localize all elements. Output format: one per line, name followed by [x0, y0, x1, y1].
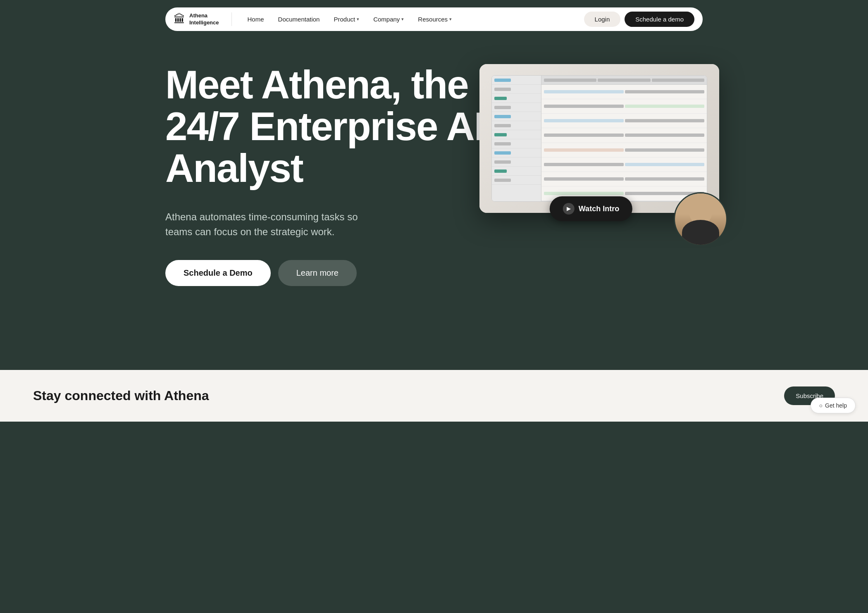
strip-title: Stay connected with Athena	[33, 388, 768, 403]
nav-home[interactable]: Home	[242, 12, 270, 26]
schedule-demo-nav-button[interactable]: Schedule a demo	[625, 12, 694, 27]
brand-name: AthenaIntelligence	[189, 12, 219, 26]
navbar: 🏛 AthenaIntelligence Home Documentation …	[165, 7, 703, 31]
nav-product[interactable]: Product ▾	[328, 12, 365, 26]
schedule-demo-hero-button[interactable]: Schedule a Demo	[165, 260, 271, 286]
get-help-button[interactable]: ○ Get help	[811, 398, 856, 413]
hero-subtitle: Athena automates time-consuming tasks so…	[165, 210, 380, 239]
product-chevron-icon: ▾	[357, 17, 359, 22]
hero-title: Meet Athena, the 24/7 Enterprise AI Anal…	[165, 64, 488, 189]
hero-buttons: Schedule a Demo Learn more	[165, 260, 703, 286]
learn-more-button[interactable]: Learn more	[278, 260, 357, 286]
company-chevron-icon: ▾	[401, 17, 404, 22]
watch-intro-button[interactable]: ▶ Watch Intro	[550, 196, 632, 221]
mockup-spreadsheet	[491, 75, 707, 202]
video-mockup	[479, 64, 719, 213]
nav-company[interactable]: Company ▾	[367, 12, 410, 26]
get-help-label: Get help	[825, 402, 847, 409]
play-icon: ▶	[563, 203, 575, 215]
chat-icon: ○	[819, 402, 823, 409]
presenter-avatar	[674, 192, 727, 246]
presenter-face	[675, 193, 726, 245]
nav-actions: Login Schedule a demo	[584, 12, 694, 27]
video-card: ▶ Watch Intro	[479, 64, 719, 213]
nav-documentation[interactable]: Documentation	[272, 12, 326, 26]
brand-icon: 🏛	[174, 14, 185, 25]
bottom-strip: Stay connected with Athena Subscribe ○ G…	[0, 370, 868, 422]
brand-logo[interactable]: 🏛 AthenaIntelligence	[174, 12, 232, 26]
resources-chevron-icon: ▾	[449, 17, 452, 22]
mockup-sidebar	[492, 76, 541, 201]
watch-intro-label: Watch Intro	[579, 205, 619, 213]
nav-links: Home Documentation Product ▾ Company ▾ R…	[232, 12, 584, 26]
login-button[interactable]: Login	[584, 12, 621, 27]
hero-right: ▶ Watch Intro	[479, 64, 719, 213]
nav-wrapper: 🏛 AthenaIntelligence Home Documentation …	[0, 0, 868, 31]
face-body	[682, 220, 719, 245]
hero-inner: Meet Athena, the 24/7 Enterprise AI Anal…	[165, 56, 703, 286]
mockup-main	[541, 76, 707, 201]
hero-section: Meet Athena, the 24/7 Enterprise AI Anal…	[0, 31, 868, 370]
nav-resources[interactable]: Resources ▾	[412, 12, 458, 26]
